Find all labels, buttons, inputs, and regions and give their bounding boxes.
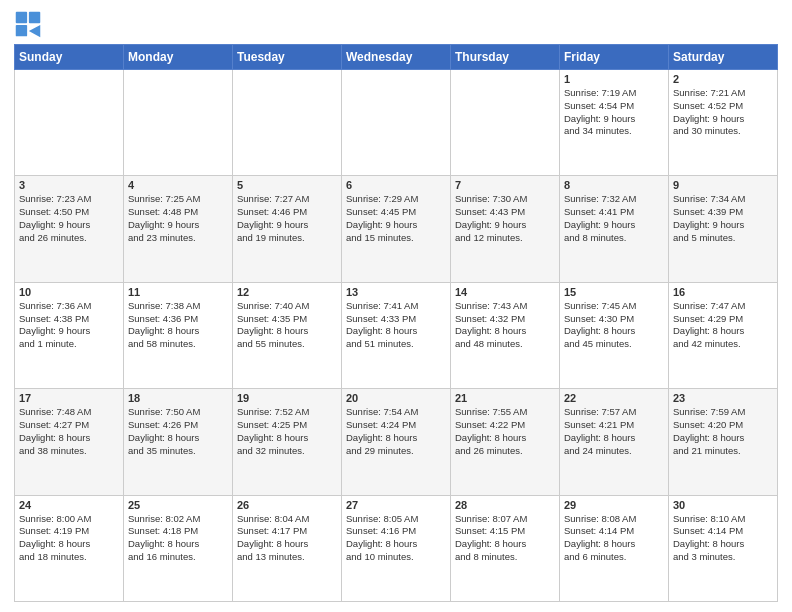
calendar-cell: 16Sunrise: 7:47 AM Sunset: 4:29 PM Dayli… bbox=[669, 282, 778, 388]
calendar-cell: 14Sunrise: 7:43 AM Sunset: 4:32 PM Dayli… bbox=[451, 282, 560, 388]
day-number: 4 bbox=[128, 179, 228, 191]
calendar-cell: 26Sunrise: 8:04 AM Sunset: 4:17 PM Dayli… bbox=[233, 495, 342, 601]
day-number: 16 bbox=[673, 286, 773, 298]
calendar-cell: 15Sunrise: 7:45 AM Sunset: 4:30 PM Dayli… bbox=[560, 282, 669, 388]
day-number: 21 bbox=[455, 392, 555, 404]
svg-rect-0 bbox=[16, 12, 27, 23]
calendar-header-wednesday: Wednesday bbox=[342, 45, 451, 70]
calendar-cell: 20Sunrise: 7:54 AM Sunset: 4:24 PM Dayli… bbox=[342, 389, 451, 495]
calendar-cell: 27Sunrise: 8:05 AM Sunset: 4:16 PM Dayli… bbox=[342, 495, 451, 601]
day-info: Sunrise: 7:59 AM Sunset: 4:20 PM Dayligh… bbox=[673, 406, 773, 457]
logo-icon bbox=[14, 10, 42, 38]
day-info: Sunrise: 7:38 AM Sunset: 4:36 PM Dayligh… bbox=[128, 300, 228, 351]
day-number: 1 bbox=[564, 73, 664, 85]
day-info: Sunrise: 7:23 AM Sunset: 4:50 PM Dayligh… bbox=[19, 193, 119, 244]
day-number: 25 bbox=[128, 499, 228, 511]
day-number: 12 bbox=[237, 286, 337, 298]
logo bbox=[14, 10, 44, 38]
day-info: Sunrise: 7:32 AM Sunset: 4:41 PM Dayligh… bbox=[564, 193, 664, 244]
calendar-cell bbox=[233, 70, 342, 176]
calendar-cell: 21Sunrise: 7:55 AM Sunset: 4:22 PM Dayli… bbox=[451, 389, 560, 495]
day-number: 17 bbox=[19, 392, 119, 404]
day-info: Sunrise: 7:40 AM Sunset: 4:35 PM Dayligh… bbox=[237, 300, 337, 351]
calendar-cell: 22Sunrise: 7:57 AM Sunset: 4:21 PM Dayli… bbox=[560, 389, 669, 495]
calendar-cell: 23Sunrise: 7:59 AM Sunset: 4:20 PM Dayli… bbox=[669, 389, 778, 495]
day-info: Sunrise: 7:47 AM Sunset: 4:29 PM Dayligh… bbox=[673, 300, 773, 351]
calendar-cell: 7Sunrise: 7:30 AM Sunset: 4:43 PM Daylig… bbox=[451, 176, 560, 282]
calendar-week-4: 17Sunrise: 7:48 AM Sunset: 4:27 PM Dayli… bbox=[15, 389, 778, 495]
calendar-header-thursday: Thursday bbox=[451, 45, 560, 70]
page: SundayMondayTuesdayWednesdayThursdayFrid… bbox=[0, 0, 792, 612]
day-number: 15 bbox=[564, 286, 664, 298]
calendar-cell: 10Sunrise: 7:36 AM Sunset: 4:38 PM Dayli… bbox=[15, 282, 124, 388]
day-info: Sunrise: 7:34 AM Sunset: 4:39 PM Dayligh… bbox=[673, 193, 773, 244]
header bbox=[14, 10, 778, 38]
calendar-cell: 11Sunrise: 7:38 AM Sunset: 4:36 PM Dayli… bbox=[124, 282, 233, 388]
calendar-header-monday: Monday bbox=[124, 45, 233, 70]
calendar-header-tuesday: Tuesday bbox=[233, 45, 342, 70]
calendar-cell: 4Sunrise: 7:25 AM Sunset: 4:48 PM Daylig… bbox=[124, 176, 233, 282]
calendar-cell: 3Sunrise: 7:23 AM Sunset: 4:50 PM Daylig… bbox=[15, 176, 124, 282]
day-info: Sunrise: 8:05 AM Sunset: 4:16 PM Dayligh… bbox=[346, 513, 446, 564]
day-number: 28 bbox=[455, 499, 555, 511]
day-number: 18 bbox=[128, 392, 228, 404]
calendar-header-sunday: Sunday bbox=[15, 45, 124, 70]
calendar-cell: 28Sunrise: 8:07 AM Sunset: 4:15 PM Dayli… bbox=[451, 495, 560, 601]
calendar-cell: 12Sunrise: 7:40 AM Sunset: 4:35 PM Dayli… bbox=[233, 282, 342, 388]
svg-rect-1 bbox=[29, 12, 40, 23]
day-info: Sunrise: 8:00 AM Sunset: 4:19 PM Dayligh… bbox=[19, 513, 119, 564]
calendar-week-1: 1Sunrise: 7:19 AM Sunset: 4:54 PM Daylig… bbox=[15, 70, 778, 176]
calendar-cell: 18Sunrise: 7:50 AM Sunset: 4:26 PM Dayli… bbox=[124, 389, 233, 495]
day-number: 9 bbox=[673, 179, 773, 191]
day-info: Sunrise: 8:04 AM Sunset: 4:17 PM Dayligh… bbox=[237, 513, 337, 564]
calendar-cell: 30Sunrise: 8:10 AM Sunset: 4:14 PM Dayli… bbox=[669, 495, 778, 601]
day-info: Sunrise: 8:07 AM Sunset: 4:15 PM Dayligh… bbox=[455, 513, 555, 564]
calendar-cell: 13Sunrise: 7:41 AM Sunset: 4:33 PM Dayli… bbox=[342, 282, 451, 388]
calendar-cell: 2Sunrise: 7:21 AM Sunset: 4:52 PM Daylig… bbox=[669, 70, 778, 176]
day-info: Sunrise: 8:08 AM Sunset: 4:14 PM Dayligh… bbox=[564, 513, 664, 564]
day-info: Sunrise: 8:02 AM Sunset: 4:18 PM Dayligh… bbox=[128, 513, 228, 564]
calendar-cell: 29Sunrise: 8:08 AM Sunset: 4:14 PM Dayli… bbox=[560, 495, 669, 601]
day-number: 23 bbox=[673, 392, 773, 404]
calendar-cell: 24Sunrise: 8:00 AM Sunset: 4:19 PM Dayli… bbox=[15, 495, 124, 601]
day-info: Sunrise: 7:45 AM Sunset: 4:30 PM Dayligh… bbox=[564, 300, 664, 351]
day-info: Sunrise: 7:21 AM Sunset: 4:52 PM Dayligh… bbox=[673, 87, 773, 138]
day-info: Sunrise: 7:41 AM Sunset: 4:33 PM Dayligh… bbox=[346, 300, 446, 351]
day-info: Sunrise: 7:48 AM Sunset: 4:27 PM Dayligh… bbox=[19, 406, 119, 457]
day-number: 11 bbox=[128, 286, 228, 298]
day-number: 19 bbox=[237, 392, 337, 404]
day-number: 26 bbox=[237, 499, 337, 511]
calendar-cell: 6Sunrise: 7:29 AM Sunset: 4:45 PM Daylig… bbox=[342, 176, 451, 282]
calendar-header-saturday: Saturday bbox=[669, 45, 778, 70]
day-info: Sunrise: 7:30 AM Sunset: 4:43 PM Dayligh… bbox=[455, 193, 555, 244]
calendar-cell: 25Sunrise: 8:02 AM Sunset: 4:18 PM Dayli… bbox=[124, 495, 233, 601]
day-number: 22 bbox=[564, 392, 664, 404]
day-info: Sunrise: 7:54 AM Sunset: 4:24 PM Dayligh… bbox=[346, 406, 446, 457]
day-info: Sunrise: 7:27 AM Sunset: 4:46 PM Dayligh… bbox=[237, 193, 337, 244]
day-info: Sunrise: 8:10 AM Sunset: 4:14 PM Dayligh… bbox=[673, 513, 773, 564]
calendar-cell bbox=[124, 70, 233, 176]
day-number: 6 bbox=[346, 179, 446, 191]
day-number: 14 bbox=[455, 286, 555, 298]
calendar-week-2: 3Sunrise: 7:23 AM Sunset: 4:50 PM Daylig… bbox=[15, 176, 778, 282]
day-info: Sunrise: 7:52 AM Sunset: 4:25 PM Dayligh… bbox=[237, 406, 337, 457]
day-number: 5 bbox=[237, 179, 337, 191]
day-number: 27 bbox=[346, 499, 446, 511]
svg-marker-3 bbox=[29, 25, 40, 37]
day-info: Sunrise: 7:50 AM Sunset: 4:26 PM Dayligh… bbox=[128, 406, 228, 457]
calendar: SundayMondayTuesdayWednesdayThursdayFrid… bbox=[14, 44, 778, 602]
calendar-cell: 5Sunrise: 7:27 AM Sunset: 4:46 PM Daylig… bbox=[233, 176, 342, 282]
calendar-cell: 1Sunrise: 7:19 AM Sunset: 4:54 PM Daylig… bbox=[560, 70, 669, 176]
day-info: Sunrise: 7:43 AM Sunset: 4:32 PM Dayligh… bbox=[455, 300, 555, 351]
calendar-cell: 8Sunrise: 7:32 AM Sunset: 4:41 PM Daylig… bbox=[560, 176, 669, 282]
day-number: 3 bbox=[19, 179, 119, 191]
calendar-cell: 9Sunrise: 7:34 AM Sunset: 4:39 PM Daylig… bbox=[669, 176, 778, 282]
day-number: 10 bbox=[19, 286, 119, 298]
day-number: 20 bbox=[346, 392, 446, 404]
day-info: Sunrise: 7:55 AM Sunset: 4:22 PM Dayligh… bbox=[455, 406, 555, 457]
calendar-header-friday: Friday bbox=[560, 45, 669, 70]
calendar-cell bbox=[15, 70, 124, 176]
day-number: 7 bbox=[455, 179, 555, 191]
day-info: Sunrise: 7:57 AM Sunset: 4:21 PM Dayligh… bbox=[564, 406, 664, 457]
day-info: Sunrise: 7:29 AM Sunset: 4:45 PM Dayligh… bbox=[346, 193, 446, 244]
